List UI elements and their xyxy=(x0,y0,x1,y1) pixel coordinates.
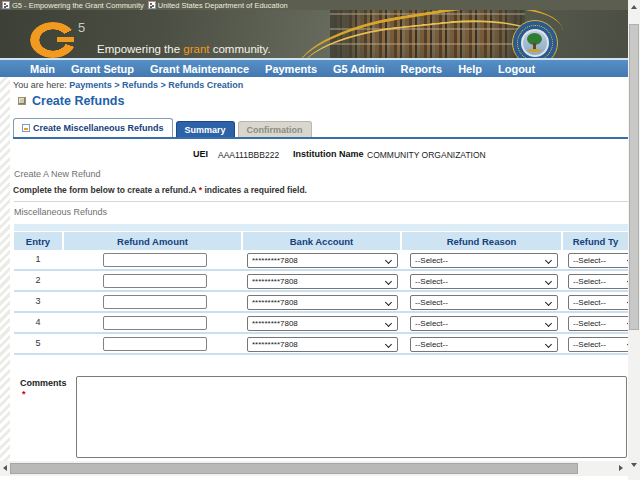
breadcrumb-link-payments[interactable]: Payments xyxy=(69,80,112,90)
column-header-entry: Entry xyxy=(14,232,64,250)
tab-label: Confirmation xyxy=(247,125,303,135)
main-navigation-bar: Main Grant Setup Grant Maintenance Payme… xyxy=(0,60,628,77)
banner-tagline: Empowering the grant community. xyxy=(97,43,271,55)
entry-number: 1 xyxy=(14,254,62,264)
bank-account-select[interactable]: *********7808 xyxy=(247,274,398,289)
page-title: Create Refunds xyxy=(18,94,124,108)
nav-item-logout[interactable]: Logout xyxy=(498,63,535,75)
g5-application-window: G5 - Empowering the Grant Community Unit… xyxy=(0,0,640,480)
bank-account-select[interactable]: *********7808 xyxy=(247,316,398,331)
bank-account-value: *********7808 xyxy=(252,256,298,265)
refunds-tabbar: Create Miscellaneous Refunds Summary Con… xyxy=(13,118,312,137)
table-top-band xyxy=(14,224,628,231)
entry-number: 5 xyxy=(14,338,62,348)
breadcrumb-separator: > xyxy=(114,80,119,90)
entry-number: 3 xyxy=(14,296,62,306)
scroll-up-arrow-icon[interactable] xyxy=(631,5,637,9)
bank-account-select[interactable]: *********7808 xyxy=(247,337,398,352)
chevron-down-icon xyxy=(385,340,392,347)
refund-reason-select[interactable]: --Select-- xyxy=(410,274,558,289)
nav-item-help[interactable]: Help xyxy=(458,63,482,75)
refund-type-value: --Select-- xyxy=(573,298,606,307)
table-title-miscellaneous-refunds: Miscellaneous Refunds xyxy=(14,207,107,217)
breadcrumb: You are here: Payments > Refunds > Refun… xyxy=(13,80,243,90)
breadcrumb-link-refunds[interactable]: Refunds xyxy=(122,80,158,90)
bullet-square-icon xyxy=(18,97,26,105)
tab-confirmation[interactable]: Confirmation xyxy=(238,121,312,137)
refund-amount-input[interactable] xyxy=(103,253,207,267)
table-row: 1 *********7808 --Select-- --Select-- xyxy=(14,250,628,271)
refund-reason-select[interactable]: --Select-- xyxy=(410,316,558,331)
chevron-down-icon xyxy=(545,298,552,305)
scroll-right-arrow-icon[interactable] xyxy=(619,465,623,471)
window-title-strip: G5 - Empowering the Grant Community Unit… xyxy=(0,0,640,10)
scroll-left-arrow-icon[interactable] xyxy=(3,465,7,471)
column-header-refund-reason: Refund Reason xyxy=(402,232,563,250)
g5-logo-five: 5 xyxy=(78,20,85,35)
nav-item-reports[interactable]: Reports xyxy=(401,63,443,75)
chevron-down-icon xyxy=(385,298,392,305)
refund-reason-value: --Select-- xyxy=(415,277,448,286)
refund-reason-select[interactable]: --Select-- xyxy=(410,295,558,310)
refund-type-select[interactable]: --Select-- xyxy=(568,253,628,268)
refund-type-select[interactable]: --Select-- xyxy=(568,337,628,352)
g5-logo-bar xyxy=(57,37,74,42)
uei-label: UEI xyxy=(193,149,208,159)
tagline-post: community. xyxy=(210,43,271,55)
refund-reason-value: --Select-- xyxy=(415,298,448,307)
nav-item-grant-setup[interactable]: Grant Setup xyxy=(71,63,134,75)
bank-account-select[interactable]: *********7808 xyxy=(247,295,398,310)
tab-summary[interactable]: Summary xyxy=(176,121,235,137)
refund-amount-input[interactable] xyxy=(103,337,207,351)
table-row: 2 *********7808 --Select-- --Select-- xyxy=(14,271,628,292)
tab-collapse-icon xyxy=(22,124,30,132)
horizontal-scrollbar[interactable] xyxy=(0,461,628,476)
instruction-pre: Complete the form below to create a refu… xyxy=(13,185,199,195)
nav-item-payments[interactable]: Payments xyxy=(265,63,317,75)
table-row: 3 *********7808 --Select-- --Select-- xyxy=(14,292,628,313)
tagline-pre: Empowering the xyxy=(97,43,183,55)
chevron-down-icon xyxy=(385,256,392,263)
horizontal-scrollbar-thumb[interactable] xyxy=(10,463,578,474)
comments-label: Comments xyxy=(20,378,67,388)
tagline-highlight: grant xyxy=(183,43,209,55)
chevron-down-icon xyxy=(385,319,392,326)
tab-create-miscellaneous-refunds[interactable]: Create Miscellaneous Refunds xyxy=(13,118,173,137)
window-title-g5-label: G5 - Empowering the Grant Community xyxy=(12,1,144,10)
column-header-bank-account: Bank Account xyxy=(243,232,402,250)
refund-type-value: --Select-- xyxy=(573,277,606,286)
g5-banner: 5 Empowering the grant community. xyxy=(0,10,640,58)
refund-type-value: --Select-- xyxy=(573,256,606,265)
refund-amount-input[interactable] xyxy=(103,316,207,330)
institution-name-value: COMMUNITY ORGANIZATION xyxy=(367,150,486,160)
tab-label: Summary xyxy=(185,125,226,135)
refund-amount-input[interactable] xyxy=(103,295,207,309)
broken-image-icon xyxy=(148,1,156,9)
breadcrumb-link-refunds-creation[interactable]: Refunds Creation xyxy=(168,80,243,90)
refund-reason-select[interactable]: --Select-- xyxy=(410,253,558,268)
window-title-doe: United States Department of Education xyxy=(148,1,288,10)
nav-item-grant-maintenance[interactable]: Grant Maintenance xyxy=(150,63,249,75)
nav-item-g5-admin[interactable]: G5 Admin xyxy=(333,63,385,75)
scroll-down-arrow-icon[interactable] xyxy=(631,463,637,467)
nav-item-main[interactable]: Main xyxy=(30,63,55,75)
table-header-row: Entry Refund Amount Bank Account Refund … xyxy=(14,232,628,250)
chevron-down-icon xyxy=(545,319,552,326)
tab-underline xyxy=(13,137,628,139)
refund-reason-select[interactable]: --Select-- xyxy=(410,337,558,352)
section-divider xyxy=(14,201,628,202)
bank-account-select[interactable]: *********7808 xyxy=(247,253,398,268)
comments-required-asterisk: * xyxy=(22,389,26,399)
vertical-scrollbar[interactable] xyxy=(628,0,640,480)
breadcrumb-prefix: You are here: xyxy=(13,80,67,90)
comments-textarea[interactable] xyxy=(76,376,627,458)
refund-reason-value: --Select-- xyxy=(415,340,448,349)
department-of-education-seal-icon xyxy=(512,20,558,58)
vertical-scrollbar-thumb[interactable] xyxy=(629,24,639,330)
refund-type-select[interactable]: --Select-- xyxy=(568,274,628,289)
refund-amount-input[interactable] xyxy=(103,274,207,288)
refund-type-select[interactable]: --Select-- xyxy=(568,295,628,310)
refund-type-select[interactable]: --Select-- xyxy=(568,316,628,331)
breadcrumb-separator: > xyxy=(161,80,166,90)
bank-account-value: *********7808 xyxy=(252,340,298,349)
